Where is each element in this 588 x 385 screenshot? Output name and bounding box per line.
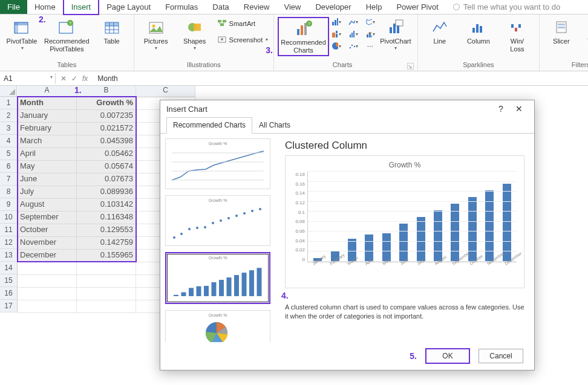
enter-formula-icon[interactable]: ✓ [71,74,77,83]
chart-style-icon[interactable]: ··· [365,41,375,51]
tab-help[interactable]: Help [359,0,390,14]
fx-icon[interactable]: fx [82,74,88,83]
cell[interactable]: 0.07673 [77,173,136,186]
name-box[interactable]: A1 [0,73,56,84]
row-header-1[interactable]: 1 [0,97,17,109]
tab-recommended-charts[interactable]: Recommended Charts [166,117,252,134]
cell[interactable]: 0.155965 [77,250,136,262]
cell[interactable] [77,275,136,288]
thumb-line-chart[interactable]: Growth % [165,138,270,189]
row-header-5[interactable]: 5 [0,147,17,160]
tell-me[interactable]: Tell me what you want to do [446,0,567,14]
tab-page-layout[interactable]: Page Layout [99,0,158,14]
hierarchy-chart-icon[interactable] [332,29,341,39]
cell[interactable]: June [18,173,77,186]
cell[interactable]: November [18,237,77,250]
tab-review[interactable]: Review [237,0,277,14]
pivotchart-button[interactable]: PivotChart [377,17,414,52]
thumb-clustered-column[interactable]: Growth % [165,252,270,304]
statistic-chart-icon[interactable] [348,29,358,39]
cell[interactable]: December [18,250,77,262]
sparkline-line-button[interactable]: Line [422,17,458,47]
pictures-button[interactable]: Pictures [138,17,174,52]
cell[interactable]: 0.103142 [77,199,136,212]
cell[interactable] [18,300,77,313]
row-header-16[interactable]: 16 [0,287,17,300]
cell[interactable] [18,262,77,275]
cell[interactable]: 0.129553 [77,224,136,237]
row-header-2[interactable]: 2 [0,109,17,122]
row-header-3[interactable]: 3 [0,122,17,135]
tab-home[interactable]: Home [27,0,63,14]
row-header-8[interactable]: 8 [0,186,17,198]
tab-insert[interactable]: Insert [63,0,100,15]
cell[interactable]: May [18,161,77,173]
charts-dialog-launcher[interactable]: ↘ [407,63,414,70]
cell[interactable]: 0.007235 [77,110,136,123]
cancel-formula-icon[interactable]: ✕ [60,74,67,83]
sparkline-winloss-button[interactable]: Win/ Loss [499,17,535,54]
tab-view[interactable]: View [276,0,308,14]
col-header-C[interactable]: C [136,86,195,97]
cell[interactable]: March [18,135,77,148]
row-header-11[interactable]: 11 [0,224,17,236]
recommended-pivottables-button[interactable]: ? Recommended PivotTables 2. [42,17,91,54]
shapes-button[interactable]: Shapes [177,17,213,52]
pie-chart-icon[interactable] [332,41,341,51]
timeline-button[interactable]: Timeline [582,17,588,47]
cell[interactable]: 0.116348 [77,212,136,224]
cell-header[interactable]: Growth % [77,97,136,110]
slicer-button[interactable]: Slicer [543,17,580,47]
thumb-scatter-chart[interactable]: Growth % [165,195,270,246]
cell[interactable] [77,288,136,300]
row-header-6[interactable]: 6 [0,160,17,173]
row-header-15[interactable]: 15 [0,274,17,287]
row-header-13[interactable]: 13 [0,249,17,262]
cell[interactable] [18,288,77,300]
select-all-corner[interactable] [0,86,17,97]
cell[interactable]: April [18,148,77,161]
table-button[interactable]: Table [94,17,130,47]
scatter-chart-icon[interactable] [348,41,358,51]
dialog-close-button[interactable]: ✕ [510,104,528,114]
cell[interactable] [18,275,77,288]
tab-all-charts[interactable]: All Charts [252,117,297,133]
ok-button[interactable]: OK [425,348,470,364]
cancel-button[interactable]: Cancel [479,349,523,363]
tab-data[interactable]: Data [205,0,236,14]
col-header-A[interactable]: A [18,86,77,97]
smartart-button[interactable]: SmartArt [215,17,270,31]
cell[interactable]: 0.021572 [77,123,136,135]
cell[interactable]: 0.05462 [77,148,136,161]
row-header-4[interactable]: 4 [0,135,17,147]
row-header-7[interactable]: 7 [0,173,17,186]
map-chart-icon[interactable] [365,17,375,27]
sparkline-column-button[interactable]: Column [460,17,497,47]
col-header-B[interactable]: B [77,86,136,97]
combo-chart-icon[interactable] [365,29,375,39]
cell[interactable]: January [18,110,77,123]
cell-header[interactable]: Month [18,97,77,110]
cell[interactable]: February [18,123,77,135]
row-header-14[interactable]: 14 [0,262,17,274]
line-chart-icon[interactable] [348,17,358,27]
cell[interactable] [77,300,136,313]
cell[interactable]: August [18,199,77,212]
pivottable-button[interactable]: PivotTable [4,17,40,52]
screenshot-button[interactable]: Screenshot [215,33,270,47]
cell[interactable]: 0.089936 [77,186,136,199]
recommended-charts-button[interactable]: ? Recommended Charts 3. [278,17,329,56]
cell[interactable]: October [18,224,77,237]
cell[interactable]: 0.045398 [77,135,136,148]
cell[interactable]: 0.05674 [77,161,136,173]
row-header-12[interactable]: 12 [0,236,17,249]
formula-input[interactable]: Month [93,73,588,84]
row-header-9[interactable]: 9 [0,198,17,211]
column-chart-icon[interactable] [332,17,341,27]
cell[interactable] [77,262,136,275]
cell[interactable]: 0.142759 [77,237,136,250]
tab-formulas[interactable]: Formulas [158,0,205,14]
row-header-17[interactable]: 17 [0,300,17,312]
dialog-help-button[interactable]: ? [492,104,510,114]
cell[interactable]: July [18,186,77,199]
